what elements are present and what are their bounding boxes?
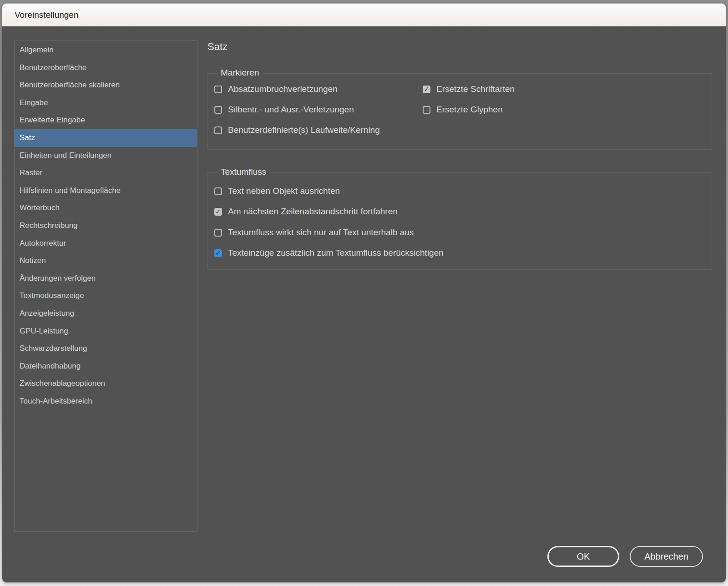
sidebar-item-dateihandhabung[interactable]: Dateihandhabung bbox=[15, 358, 197, 375]
sidebar-item-benutzeroberflaeche-skalieren[interactable]: Benutzeroberfläche skalieren bbox=[15, 76, 197, 94]
sidebar-item-hilfslinien-und-montageflaeche[interactable]: Hilfslinien und Montagefläche bbox=[15, 182, 197, 200]
checkbox-label: Benutzerdefinierte(s) Laufweite/Kerning bbox=[228, 125, 380, 135]
checkbox-label: Text neben Objekt ausrichten bbox=[228, 186, 340, 196]
checkbox-row-ersetzte-schriftarten[interactable]: Ersetzte Schriftarten bbox=[423, 84, 515, 95]
preferences-category-list: Allgemein Benutzeroberfläche Benutzerobe… bbox=[14, 40, 197, 532]
sidebar-item-notizen[interactable]: Notizen bbox=[15, 252, 197, 270]
dialog-content: Allgemein Benutzeroberfläche Benutzerobe… bbox=[2, 26, 726, 582]
sidebar-item-raster[interactable]: Raster bbox=[15, 164, 197, 182]
sidebar-item-aenderungen-verfolgen[interactable]: Änderungen verfolgen bbox=[15, 270, 197, 288]
sidebar-item-rechtschreibung[interactable]: Rechtschreibung bbox=[15, 217, 197, 235]
sidebar-item-erweiterte-eingabe[interactable]: Erweiterte Eingabe bbox=[15, 111, 197, 129]
checkbox-label: Ersetzte Glyphen bbox=[436, 105, 503, 115]
checkbox-label: Textumfluss wirkt sich nur auf Text unte… bbox=[228, 227, 414, 237]
checkbox-text-neben-objekt[interactable] bbox=[214, 187, 222, 195]
sidebar-item-satz[interactable]: Satz bbox=[15, 129, 197, 147]
sidebar-item-benutzeroberflaeche[interactable]: Benutzeroberfläche bbox=[15, 59, 197, 77]
titlebar[interactable]: Voreinstellungen bbox=[2, 4, 726, 26]
sidebar-item-einheiten-und-einteilungen[interactable]: Einheiten und Einteilungen bbox=[15, 147, 197, 165]
sidebar-item-zwischenablageoptionen[interactable]: Zwischenablageoptionen bbox=[15, 375, 197, 393]
checkbox-label: Absatzumbruchverletzungen bbox=[228, 84, 338, 94]
checkbox-ersetzte-schriftarten[interactable] bbox=[423, 86, 430, 93]
checkbox-row-text-neben-objekt[interactable]: Text neben Objekt ausrichten bbox=[214, 186, 340, 197]
checkbox-row-laufweite-kerning[interactable]: Benutzerdefinierte(s) Laufweite/Kerning bbox=[214, 125, 380, 136]
sidebar-item-touch-arbeitsbereich[interactable]: Touch-Arbeitsbereich bbox=[15, 393, 197, 410]
sidebar-item-anzeigeleistung[interactable]: Anzeigeleistung bbox=[15, 305, 197, 323]
checkbox-absatzumbruchverletzungen[interactable] bbox=[214, 86, 222, 93]
checkbox-ersetzte-glyphen[interactable] bbox=[423, 106, 430, 114]
checkbox-textumfluss-unterhalb[interactable] bbox=[214, 229, 222, 237]
sidebar-item-allgemein[interactable]: Allgemein bbox=[15, 41, 197, 59]
sidebar-item-textmodusanzeige[interactable]: Textmodusanzeige bbox=[15, 287, 197, 305]
sidebar-item-eingabe[interactable]: Eingabe bbox=[15, 94, 197, 112]
sidebar-item-gpu-leistung[interactable]: GPU-Leistung bbox=[15, 323, 197, 340]
sidebar-item-autokorrektur[interactable]: Autokorrektur bbox=[15, 235, 197, 253]
checkbox-row-textumfluss-unterhalb[interactable]: Textumfluss wirkt sich nur auf Text unte… bbox=[214, 227, 414, 238]
checkbox-label: Silbentr.- und Ausr.-Verletzungen bbox=[228, 105, 354, 115]
checkbox-row-texteinzuege[interactable]: Texteinzüge zusätzlich zum Textumfluss b… bbox=[214, 248, 444, 258]
checkbox-label: Am nächsten Zeilenabstandschritt fortfah… bbox=[228, 207, 398, 217]
sidebar-item-schwarzdarstellung[interactable]: Schwarzdarstellung bbox=[15, 340, 197, 358]
group-textumfluss-legend: Textumfluss bbox=[217, 167, 270, 177]
checkbox-texteinzuege[interactable] bbox=[214, 249, 222, 257]
checkbox-row-absatzumbruchverletzungen[interactable]: Absatzumbruchverletzungen bbox=[214, 84, 338, 95]
sidebar-item-woerterbuch[interactable]: Wörterbuch bbox=[15, 199, 197, 217]
checkbox-row-silbentrennung[interactable]: Silbentr.- und Ausr.-Verletzungen bbox=[214, 104, 354, 115]
checkbox-laufweite-kerning[interactable] bbox=[214, 126, 222, 134]
checkbox-silbentrennung[interactable] bbox=[214, 106, 222, 114]
cancel-button[interactable]: Abbrechen bbox=[630, 546, 703, 567]
preferences-dialog: Voreinstellungen Allgemein Benutzeroberf… bbox=[2, 3, 726, 583]
checkbox-zeilenabstandschritt[interactable] bbox=[214, 208, 222, 216]
heading-divider bbox=[207, 58, 712, 58]
group-markieren-legend: Markieren bbox=[217, 68, 263, 78]
checkbox-label: Ersetzte Schriftarten bbox=[436, 84, 515, 94]
checkbox-row-ersetzte-glyphen[interactable]: Ersetzte Glyphen bbox=[423, 104, 503, 115]
ok-button[interactable]: OK bbox=[547, 546, 619, 567]
checkbox-label: Texteinzüge zusätzlich zum Textumfluss b… bbox=[228, 248, 444, 258]
window-title: Voreinstellungen bbox=[15, 10, 79, 20]
page-title: Satz bbox=[207, 41, 228, 53]
checkbox-row-zeilenabstandschritt[interactable]: Am nächsten Zeilenabstandschritt fortfah… bbox=[214, 206, 398, 217]
